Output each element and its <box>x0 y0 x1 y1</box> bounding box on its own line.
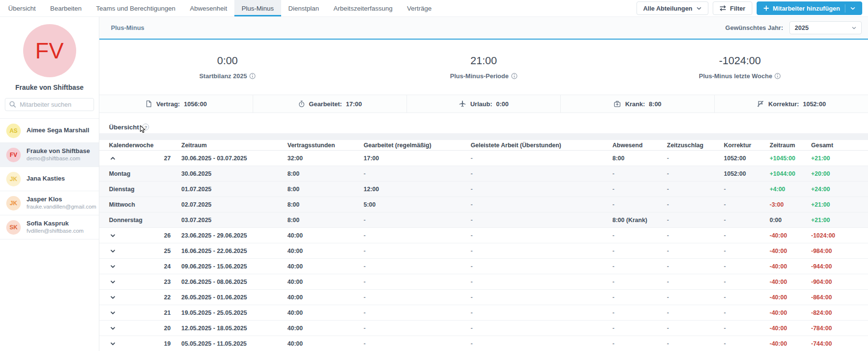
info-icon[interactable] <box>511 73 517 79</box>
table-row-week-24[interactable]: 24 09.06.2025 - 15.06.2025 40:00 - - - -… <box>99 259 868 274</box>
column-header-vertragsstunden: Vertragsstunden <box>287 142 364 149</box>
cell-vertragsstunden: 8:00 <box>287 186 364 193</box>
cell-abwesend: 8:00 (Krank) <box>612 217 667 224</box>
cell-korrektur: - <box>724 232 770 239</box>
plus-icon <box>763 5 769 11</box>
avatar: SK <box>6 220 21 235</box>
expand-week-button[interactable] <box>109 325 116 331</box>
tab-bersicht[interactable]: Übersicht <box>1 0 43 16</box>
employee-list-item[interactable]: JK Jasper Klos frauke.vandillen@gmail.co… <box>0 191 99 215</box>
cell-korrektur: - <box>724 186 770 193</box>
department-dropdown-label: Alle Abteilungen <box>643 5 692 12</box>
summary-label: Korrektur: <box>768 100 799 108</box>
cell-zeitraum: 30.06.2025 <box>181 170 287 177</box>
year-select[interactable]: 2025 <box>789 21 862 34</box>
cell-korrektur: - <box>724 309 770 316</box>
employee-search-input[interactable] <box>5 98 94 111</box>
cell-abwesend: - <box>612 263 667 270</box>
column-header-kalenderwoche: Kalenderwoche <box>109 142 181 149</box>
tab-vertr-ge[interactable]: Verträge <box>400 0 439 16</box>
add-employee-button[interactable]: Mitarbeiter hinzufügen <box>757 1 862 15</box>
filter-button[interactable]: Filter <box>713 1 752 15</box>
expand-week-button[interactable] <box>109 279 116 285</box>
employee-name: Frauke von Shiftbase <box>27 147 90 155</box>
cell-gearbeitet: - <box>364 309 471 316</box>
contract-icon <box>145 100 152 108</box>
cell-gearbeitet: - <box>364 294 471 301</box>
cell-geleistete-arbeit: - <box>471 232 612 239</box>
cell-zeitzuschlag: - <box>667 325 724 332</box>
expand-week-button[interactable] <box>109 233 116 239</box>
week-number: 24 <box>164 263 177 270</box>
table-row-week-22[interactable]: 22 26.05.2025 - 01.06.2025 40:00 - - - -… <box>99 290 868 305</box>
employee-list: AS Aimee Sega Marshall FV Frauke von Shi… <box>0 118 99 239</box>
cell-zeitzuschlag: - <box>667 279 724 285</box>
breadcrumb[interactable]: Plus-Minus <box>111 24 144 31</box>
employee-list-item[interactable]: SK Sofia Kaspruk fvdillen@shiftbase.com <box>0 215 99 239</box>
year-picker-label: Gewünschtes Jahr: <box>725 24 783 31</box>
tab-arbeitszeiterfassung[interactable]: Arbeitszeiterfassung <box>326 0 400 16</box>
flag-icon <box>757 100 764 108</box>
cell-abwesend: - <box>612 294 667 301</box>
tab-dienstplan[interactable]: Dienstplan <box>281 0 326 16</box>
employee-list-item[interactable]: JK Jana Kasties <box>0 167 99 191</box>
stat-label: Startbilanz 2025 <box>199 72 247 80</box>
tab-abwesenheit[interactable]: Abwesenheit <box>183 0 234 16</box>
cell-gearbeitet: - <box>364 325 471 332</box>
cell-zeitraum-diff: +1044:00 <box>770 170 811 177</box>
column-header-korrektur: Korrektur <box>724 142 770 149</box>
employee-name: Sofia Kaspruk <box>27 220 83 227</box>
table-row-week-20[interactable]: 20 12.05.2025 - 18.05.2025 40:00 - - - -… <box>99 321 868 336</box>
stat-value: 0:00 <box>217 55 238 67</box>
column-header-geleistete-arbeit-berstunden: Geleistete Arbeit (Überstunden) <box>471 142 612 149</box>
table-row-week-23[interactable]: 23 02.06.2025 - 08.06.2025 40:00 - - - -… <box>99 274 868 290</box>
cell-zeitraum: 05.05.2025 - 11.05.2025 <box>181 340 287 347</box>
tab-bearbeiten[interactable]: Bearbeiten <box>43 0 89 16</box>
expand-week-button[interactable] <box>109 264 116 269</box>
table-row-week-19[interactable]: 19 05.05.2025 - 11.05.2025 40:00 - - - -… <box>99 336 868 351</box>
summary-value: 17:00 <box>346 100 362 108</box>
cell-zeitraum-diff: -40:00 <box>770 325 811 332</box>
expand-week-button[interactable] <box>109 341 116 347</box>
cell-korrektur: - <box>724 201 770 208</box>
department-dropdown-button[interactable]: Alle Abteilungen <box>637 1 708 15</box>
cell-abwesend: - <box>612 309 667 316</box>
table-row-week-27[interactable]: 27 30.06.2025 - 03.07.2025 32:00 17:00 -… <box>99 151 868 166</box>
table-row-week-26[interactable]: 26 23.06.2025 - 29.06.2025 40:00 - - - -… <box>99 228 868 243</box>
expand-week-button[interactable] <box>109 310 116 316</box>
cell-zeitraum: 30.06.2025 - 03.07.2025 <box>181 155 287 162</box>
expand-week-button[interactable] <box>109 295 116 300</box>
cell-zeitzuschlag: - <box>667 186 724 193</box>
week-number: 20 <box>164 325 177 332</box>
cell-gearbeitet: 5:00 <box>364 201 471 208</box>
tab-plus-minus[interactable]: Plus-Minus <box>234 0 281 16</box>
cell-gearbeitet: 17:00 <box>364 155 471 162</box>
employee-email: demo@shiftbase.com <box>27 155 90 162</box>
collapse-week-button[interactable] <box>109 155 116 161</box>
day-label: Dienstag <box>109 186 135 193</box>
info-icon[interactable] <box>774 73 781 79</box>
table-row-week-25[interactable]: 25 16.06.2025 - 22.06.2025 40:00 - - - -… <box>99 243 868 259</box>
balance-stats: 0:00 Startbilanz 2025 21:00 Plus-Minus-P… <box>99 40 868 95</box>
cell-vertragsstunden: 40:00 <box>287 232 364 239</box>
tab-teams-und-berechtigungen[interactable]: Teams und Berechtigungen <box>89 0 182 16</box>
cell-zeitzuschlag: - <box>667 232 724 239</box>
cell-gesamt: -824:00 <box>811 309 860 316</box>
summary-label: Krank: <box>625 100 645 108</box>
summary-label: Urlaub: <box>470 100 492 108</box>
column-header-zeitraum: Zeitraum <box>181 142 287 149</box>
cell-geleistete-arbeit: - <box>471 248 612 254</box>
cell-zeitraum-diff: -40:00 <box>770 263 811 270</box>
expand-week-button[interactable] <box>109 248 116 254</box>
table-row-week-21[interactable]: 21 19.05.2025 - 25.05.2025 40:00 - - - -… <box>99 305 868 321</box>
column-header-gearbeitet-regelm-ig: Gearbeitet (regelmäßig) <box>364 142 471 149</box>
table-row-day-dienstag: Dienstag 01.07.2025 8:00 12:00 - - - - +… <box>99 182 868 197</box>
cell-zeitraum: 03.07.2025 <box>181 217 287 224</box>
employee-list-item[interactable]: AS Aimee Sega Marshall <box>0 119 99 143</box>
chevron-down-icon[interactable] <box>850 6 855 11</box>
week-number: 19 <box>164 340 177 347</box>
employee-list-item[interactable]: FV Frauke von Shiftbase demo@shiftbase.c… <box>0 143 99 167</box>
stat-label: Plus-Minus letzte Woche <box>699 72 772 80</box>
info-icon[interactable] <box>249 73 256 79</box>
cell-abwesend: - <box>612 186 667 193</box>
